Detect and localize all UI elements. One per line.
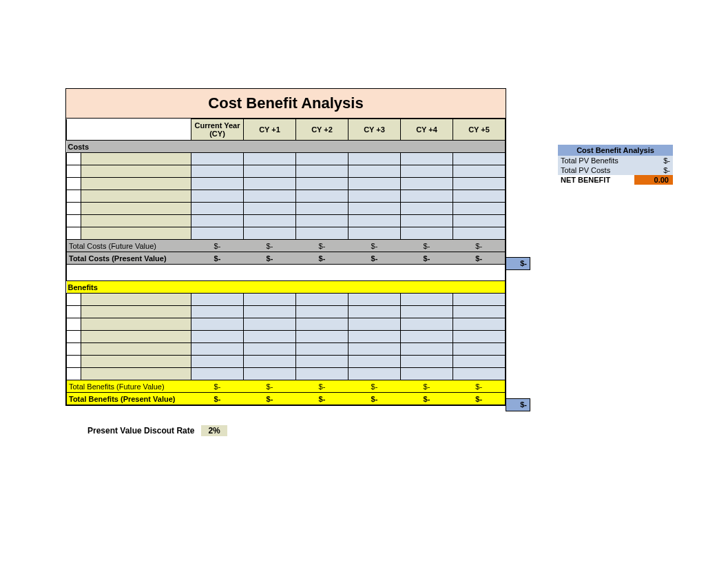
benefit-cell[interactable] [296,356,349,368]
benefit-cell[interactable] [349,306,401,318]
benefit-cell[interactable] [244,368,296,380]
cost-row-label[interactable] [81,178,191,190]
benefit-cell[interactable] [296,368,349,380]
cost-cell[interactable] [191,178,244,190]
benefit-row-label[interactable] [81,356,191,368]
benefit-cell[interactable] [401,331,453,343]
cost-cell[interactable] [453,165,506,178]
cost-cell[interactable] [401,178,453,190]
benefit-cell[interactable] [349,331,401,343]
cost-cell[interactable] [296,178,349,190]
cost-row-label[interactable] [81,203,191,215]
cost-cell[interactable] [191,165,244,178]
cost-cell[interactable] [349,178,401,190]
benefit-row-label[interactable] [81,343,191,356]
benefit-cell[interactable] [191,356,244,368]
cost-cell[interactable] [296,227,349,240]
cost-cell[interactable] [349,153,401,165]
benefit-cell[interactable] [349,368,401,380]
cost-cell[interactable] [244,178,296,190]
benefit-cell[interactable] [453,294,506,306]
benefit-row-label[interactable] [81,318,191,331]
cost-cell[interactable] [453,153,506,165]
cost-cell[interactable] [349,215,401,227]
benefit-cell[interactable] [453,318,506,331]
benefit-cell[interactable] [349,294,401,306]
cost-cell[interactable] [401,165,453,178]
benefit-row-label[interactable] [81,368,191,380]
benefit-cell[interactable] [453,343,506,356]
benefit-cell[interactable] [401,343,453,356]
cost-cell[interactable] [349,227,401,240]
benefit-row-label[interactable] [81,331,191,343]
benefit-cell[interactable] [401,356,453,368]
cost-cell[interactable] [453,227,506,240]
benefit-cell[interactable] [296,306,349,318]
benefit-cell[interactable] [349,343,401,356]
cost-cell[interactable] [296,215,349,227]
cost-cell[interactable] [244,190,296,203]
cost-cell[interactable] [191,227,244,240]
benefit-row-label[interactable] [81,294,191,306]
benefit-cell[interactable] [244,306,296,318]
benefit-cell[interactable] [244,343,296,356]
cost-cell[interactable] [244,153,296,165]
benefit-cell[interactable] [191,331,244,343]
cost-row-label[interactable] [81,190,191,203]
benefit-cell[interactable] [349,318,401,331]
cost-cell[interactable] [296,153,349,165]
cost-cell[interactable] [453,203,506,215]
benefit-cell[interactable] [244,356,296,368]
benefit-cell[interactable] [191,343,244,356]
benefit-cell[interactable] [296,294,349,306]
cost-cell[interactable] [453,190,506,203]
benefit-cell[interactable] [401,318,453,331]
cost-cell[interactable] [401,227,453,240]
cost-row-label[interactable] [81,153,191,165]
benefit-cell[interactable] [453,368,506,380]
cost-cell[interactable] [244,203,296,215]
cost-cell[interactable] [453,215,506,227]
benefit-cell[interactable] [244,331,296,343]
benefit-cell[interactable] [296,318,349,331]
benefit-cell[interactable] [453,356,506,368]
cost-cell[interactable] [296,203,349,215]
cost-cell[interactable] [349,190,401,203]
cost-cell[interactable] [191,203,244,215]
cost-cell[interactable] [401,215,453,227]
benefit-cell[interactable] [453,331,506,343]
cost-cell[interactable] [191,153,244,165]
benefit-row-label[interactable] [81,306,191,318]
benefit-cell[interactable] [401,368,453,380]
cost-cell[interactable] [349,165,401,178]
cost-cell[interactable] [401,203,453,215]
cost-cell[interactable] [296,165,349,178]
cost-cell[interactable] [453,178,506,190]
benefit-cell[interactable] [191,368,244,380]
benefit-cell[interactable] [191,306,244,318]
discount-rate-value[interactable]: 2% [201,425,227,436]
cost-cell[interactable] [244,165,296,178]
benefit-cell[interactable] [244,294,296,306]
cost-cell[interactable] [244,215,296,227]
total-benefits-pv: $- [401,393,453,405]
cost-cell[interactable] [296,190,349,203]
cost-cell[interactable] [191,190,244,203]
cost-row-label[interactable] [81,165,191,178]
benefit-cell[interactable] [191,318,244,331]
benefit-cell[interactable] [453,306,506,318]
cost-cell[interactable] [244,227,296,240]
benefit-cell[interactable] [191,294,244,306]
cost-row-label[interactable] [81,215,191,227]
benefit-cell[interactable] [401,306,453,318]
cost-row-label[interactable] [81,227,191,240]
benefit-cell[interactable] [296,343,349,356]
cost-cell[interactable] [401,153,453,165]
cost-cell[interactable] [191,215,244,227]
benefit-cell[interactable] [349,356,401,368]
benefit-cell[interactable] [401,294,453,306]
benefit-cell[interactable] [296,331,349,343]
cost-cell[interactable] [401,190,453,203]
cost-cell[interactable] [349,203,401,215]
benefit-cell[interactable] [244,318,296,331]
